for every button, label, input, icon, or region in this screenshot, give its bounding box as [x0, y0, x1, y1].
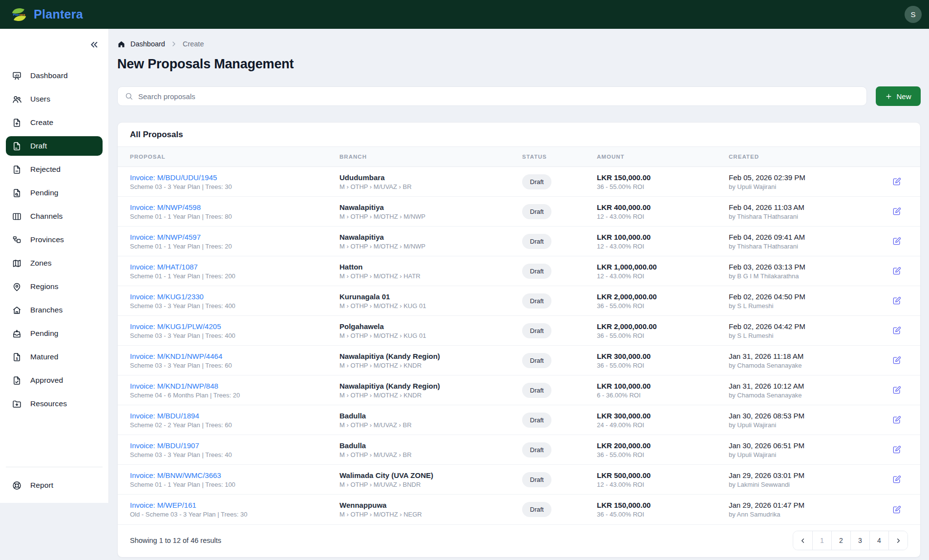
edit-icon — [892, 355, 902, 365]
collapse-sidebar-button[interactable] — [88, 39, 100, 50]
sidebar-item-dashboard[interactable]: Dashboard — [6, 66, 103, 85]
users-icon — [12, 94, 22, 104]
new-button[interactable]: New — [876, 86, 921, 106]
edit-button[interactable] — [886, 177, 908, 187]
invoice-link[interactable]: Invoice: M/NWP/4597 — [130, 233, 201, 241]
sidebar-item-regions[interactable]: Regions — [6, 277, 103, 296]
sidebar-item-pending[interactable]: Pending — [6, 324, 103, 343]
invoice-link[interactable]: Invoice: M/BDU/1907 — [130, 441, 199, 450]
invoice-link[interactable]: Invoice: M/KND1/NWP/848 — [130, 382, 218, 390]
pagination-page-2[interactable]: 2 — [831, 531, 850, 550]
invoice-link[interactable]: Invoice: M/NWP/4598 — [130, 203, 201, 211]
edit-button[interactable] — [886, 326, 908, 335]
created-by: by Chamoda Senanayake — [729, 362, 886, 369]
invoice-link[interactable]: Invoice: M/BDU/UDU/1945 — [130, 173, 217, 182]
pagination-next-button[interactable] — [888, 531, 908, 550]
sidebar-item-approved[interactable]: Approved — [6, 371, 103, 390]
invoice-link[interactable]: Invoice: M/BDU/1894 — [130, 412, 199, 420]
table-row: Invoice: M/KND1/NWP/4464 Scheme 03 - 3 Y… — [118, 346, 920, 375]
edit-icon — [892, 445, 902, 455]
sidebar-item-pending[interactable]: Pending — [6, 183, 103, 203]
sidebar-item-label: Approved — [30, 376, 63, 385]
chevron-right-icon — [895, 537, 902, 544]
sidebar-item-zones[interactable]: Zones — [6, 253, 103, 273]
sidebar-item-label: Branches — [30, 306, 63, 314]
amount-value: LKR 2,000,000.00 — [597, 322, 729, 331]
sidebar-item-users[interactable]: Users — [6, 89, 103, 109]
edit-button[interactable] — [886, 236, 908, 246]
invoice-link[interactable]: Invoice: M/HAT/1087 — [130, 263, 198, 271]
invoice-link[interactable]: Invoice: M/KUG1/PLW/4205 — [130, 322, 221, 331]
invoice-link[interactable]: Invoice: M/KUG1/2330 — [130, 292, 204, 301]
edit-button[interactable] — [886, 415, 908, 425]
edit-button[interactable] — [886, 266, 908, 276]
edit-button[interactable] — [886, 505, 908, 515]
avatar[interactable]: S — [905, 6, 922, 23]
sidebar-item-resources[interactable]: Resources — [6, 394, 103, 414]
lifebuoy-icon — [12, 480, 22, 491]
card-footer: Showing 1 to 12 of 46 results 1234 — [118, 524, 920, 557]
column-header-proposal: PROPOSAL — [130, 154, 339, 160]
created-date: Feb 02, 2026 04:42 PM — [729, 322, 886, 331]
pagination-page-1[interactable]: 1 — [812, 531, 831, 550]
edit-button[interactable] — [886, 445, 908, 455]
edit-button[interactable] — [886, 207, 908, 216]
sidebar-item-rejected[interactable]: Rejected — [6, 160, 103, 179]
invoice-link[interactable]: Invoice: M/BNW/WMC/3663 — [130, 471, 221, 479]
card-title: All Proposals — [118, 123, 920, 146]
invoice-link[interactable]: Invoice: M/KND1/NWP/4464 — [130, 352, 222, 360]
created-date: Jan 29, 2026 03:01 PM — [729, 471, 886, 479]
sidebar: DashboardUsersCreateDraftRejectedPending… — [0, 29, 109, 503]
breadcrumb-current: Create — [183, 40, 204, 48]
edit-button[interactable] — [886, 296, 908, 306]
new-button-label: New — [896, 92, 911, 101]
file-minus-icon — [12, 165, 22, 175]
created-by: by Chamoda Senanayake — [729, 392, 886, 399]
pagination-prev-button[interactable] — [793, 531, 812, 550]
sidebar-item-create[interactable]: Create — [6, 113, 103, 132]
branch-path: M › OTHP › M/OTHZ › KUG 01 — [339, 332, 522, 339]
branch-path: M › OTHP › M/UVAZ › BR — [339, 451, 522, 458]
table-row: Invoice: M/BDU/1894 Scheme 02 - 2 Year P… — [118, 405, 920, 435]
pagination-page-3[interactable]: 3 — [850, 531, 869, 550]
created-date: Feb 04, 2026 09:41 AM — [729, 233, 886, 241]
sidebar-item-report[interactable]: Report — [6, 476, 103, 495]
created-date: Feb 03, 2026 03:13 PM — [729, 263, 886, 271]
sidebar-item-label: Users — [30, 95, 50, 104]
roi-subtitle: 36 - 55.00% ROI — [597, 302, 729, 310]
search-input[interactable] — [138, 92, 860, 101]
invoice-link[interactable]: Invoice: M/WEP/161 — [130, 501, 196, 509]
home-icon — [117, 40, 126, 48]
edit-button[interactable] — [886, 355, 908, 365]
brand[interactable]: Plantera Plantera — [10, 5, 83, 24]
sidebar-item-draft[interactable]: Draft — [6, 136, 103, 156]
sidebar-item-branches[interactable]: Branches — [6, 300, 103, 320]
sidebar-item-label: Zones — [30, 259, 52, 268]
branch-path: M › OTHP › M/OTHZ › KNDR — [339, 362, 522, 369]
sidebar-item-label: Pending — [30, 188, 59, 197]
sidebar-item-provinces[interactable]: Provinces — [6, 230, 103, 249]
breadcrumb-dashboard[interactable]: Dashboard — [130, 40, 165, 48]
file-plus-icon — [12, 118, 22, 128]
table-row: Invoice: M/KUG1/PLW/4205 Scheme 03 - 3 Y… — [118, 316, 920, 346]
pagination-page-4[interactable]: 4 — [869, 531, 888, 550]
created-by: by Lakmini Sewwandi — [729, 481, 886, 488]
branch-name: Nawalapitiya — [339, 233, 522, 241]
roi-subtitle: 12 - 43.00% ROI — [597, 243, 729, 250]
sidebar-item-matured[interactable]: $Matured — [6, 347, 103, 367]
status-badge: Draft — [522, 264, 551, 279]
edit-icon — [892, 475, 902, 484]
status-badge: Draft — [522, 204, 551, 219]
sidebar-item-label: Regions — [30, 282, 59, 291]
edit-button[interactable] — [886, 475, 908, 484]
results-count: Showing 1 to 12 of 46 results — [130, 537, 221, 544]
column-header-branch: BRANCH — [339, 154, 522, 160]
sidebar-item-channels[interactable]: Channels — [6, 207, 103, 226]
status-badge: Draft — [522, 234, 551, 249]
amount-value: LKR 200,000.00 — [597, 441, 729, 450]
branch-path: M › OTHP › M/UVAZ › BR — [339, 183, 522, 190]
edit-button[interactable] — [886, 385, 908, 395]
scheme-subtitle: Scheme 02 - 2 Year Plan | Trees: 60 — [130, 421, 339, 429]
pagination: 1234 — [793, 531, 908, 550]
amount-value: LKR 1,000,000.00 — [597, 263, 729, 271]
